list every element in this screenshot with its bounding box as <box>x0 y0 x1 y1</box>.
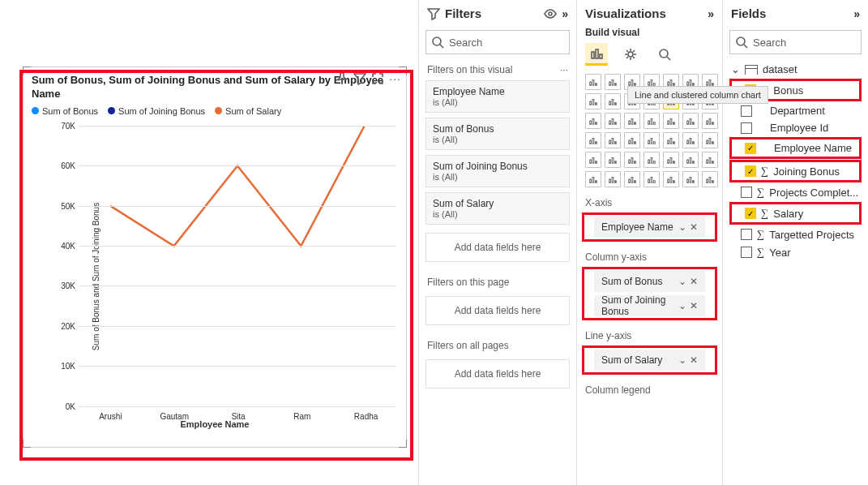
checkbox[interactable]: ✓ <box>745 165 756 177</box>
viz-type-icon[interactable] <box>605 152 621 168</box>
chart-visual[interactable]: ··· Sum of Bonus, Sum of Joining Bonus a… <box>23 67 407 448</box>
collapse-icon[interactable]: » <box>853 7 860 20</box>
collapse-icon[interactable]: » <box>708 7 714 20</box>
fields-pane: Fields » Search ⌄ dataset ✓∑BonusDepartm… <box>722 0 868 485</box>
field-item[interactable]: ∑Projects Complet... <box>728 183 863 201</box>
viz-type-icon[interactable] <box>702 171 718 187</box>
svg-rect-131 <box>709 177 711 182</box>
viz-type-icon[interactable] <box>702 132 718 148</box>
filters-search[interactable]: Search <box>425 30 570 54</box>
viz-type-icon[interactable] <box>605 113 621 129</box>
sigma-icon: ∑ <box>757 228 764 241</box>
viz-type-icon[interactable] <box>624 113 640 129</box>
tab-build[interactable] <box>585 43 608 66</box>
field-item[interactable]: ∑Targetted Projects <box>728 225 863 243</box>
add-fields-drop[interactable]: Add data fields here <box>425 296 570 325</box>
viz-type-icon[interactable] <box>624 132 640 148</box>
svg-rect-55 <box>629 121 631 124</box>
filter-card[interactable]: Sum of Salaryis (All) <box>425 192 570 225</box>
well-coly-item[interactable]: Sum of Bonus⌄✕ <box>594 271 705 292</box>
viz-type-icon[interactable] <box>663 132 679 148</box>
viz-type-icon[interactable] <box>682 113 699 129</box>
tab-format[interactable] <box>619 43 642 66</box>
svg-rect-16 <box>648 82 650 85</box>
well-coly-item[interactable]: Sum of Joining Bonus⌄✕ <box>594 295 705 316</box>
collapse-icon[interactable]: » <box>562 7 568 20</box>
viz-type-icon[interactable] <box>682 171 699 187</box>
well-liney-item[interactable]: Sum of Salary⌄✕ <box>594 350 705 371</box>
viz-type-icon[interactable] <box>605 171 621 187</box>
viz-type-icon[interactable] <box>624 152 640 168</box>
viz-type-icon[interactable] <box>585 132 601 148</box>
field-item[interactable]: Employee Id <box>728 119 863 136</box>
checkbox[interactable] <box>741 187 752 198</box>
table-node[interactable]: ⌄ dataset <box>728 61 863 78</box>
viz-type-icon[interactable] <box>605 132 621 148</box>
remove-icon[interactable]: ✕ <box>690 276 698 287</box>
svg-rect-94 <box>609 160 611 163</box>
viz-type-icon[interactable] <box>702 113 718 129</box>
fields-search[interactable]: Search <box>729 30 862 54</box>
viz-type-icon[interactable] <box>682 132 699 148</box>
field-item[interactable]: ✓∑Joining Bonus <box>732 162 859 180</box>
add-fields-drop[interactable]: Add data fields here <box>425 359 570 388</box>
field-item[interactable]: ∑Year <box>728 243 863 261</box>
field-item[interactable]: ✓Employee Name <box>732 139 859 157</box>
checkbox[interactable] <box>741 229 752 240</box>
chevron-down-icon[interactable]: ⌄ <box>678 354 686 366</box>
tab-analytics[interactable] <box>653 43 676 66</box>
svg-rect-27 <box>712 84 714 86</box>
remove-icon[interactable]: ✕ <box>690 300 698 311</box>
viz-type-icon[interactable] <box>644 113 660 129</box>
viz-type-icon[interactable] <box>605 74 621 90</box>
checkbox[interactable] <box>741 247 752 258</box>
checkbox[interactable]: ✓ <box>745 208 756 219</box>
chevron-down-icon[interactable]: ⌄ <box>678 300 686 311</box>
field-item[interactable]: ✓∑Salary <box>732 204 859 222</box>
viz-type-icon[interactable] <box>624 171 640 187</box>
svg-point-5 <box>628 52 633 57</box>
remove-icon[interactable]: ✕ <box>690 221 698 233</box>
svg-rect-104 <box>670 157 672 163</box>
svg-rect-108 <box>693 161 695 164</box>
more-icon[interactable]: ··· <box>389 72 401 88</box>
viz-type-icon[interactable] <box>644 152 660 168</box>
add-fields-drop[interactable]: Add data fields here <box>425 233 570 262</box>
filters-title: Filters <box>445 6 481 20</box>
remove-icon[interactable]: ✕ <box>690 354 698 366</box>
viz-type-icon[interactable] <box>585 74 601 90</box>
viz-type-icon[interactable] <box>585 152 601 168</box>
chevron-down-icon[interactable]: ⌄ <box>678 221 686 233</box>
resize-handle[interactable] <box>399 440 407 448</box>
resize-handle[interactable] <box>23 67 31 75</box>
viz-type-icon[interactable] <box>585 171 601 187</box>
viz-type-icon[interactable] <box>682 152 699 168</box>
viz-type-icon[interactable] <box>585 113 601 129</box>
focus-icon[interactable] <box>371 72 384 88</box>
filter-card[interactable]: Employee Nameis (All) <box>425 80 570 113</box>
more-icon[interactable]: ··· <box>560 64 568 75</box>
resize-handle[interactable] <box>23 440 31 448</box>
viz-type-icon[interactable] <box>702 152 718 168</box>
svg-rect-67 <box>707 121 708 124</box>
viz-type-icon[interactable] <box>644 171 660 187</box>
svg-rect-31 <box>609 101 611 105</box>
checkbox[interactable]: ✓ <box>745 143 756 154</box>
field-item[interactable]: Department <box>728 102 863 119</box>
svg-rect-92 <box>592 157 594 163</box>
checkbox[interactable] <box>741 105 752 117</box>
filter-card[interactable]: Sum of Joining Bonusis (All) <box>425 155 570 187</box>
pin-icon[interactable] <box>336 72 348 88</box>
chevron-down-icon[interactable]: ⌄ <box>678 276 686 287</box>
viz-type-icon[interactable] <box>663 113 679 129</box>
viz-type-icon[interactable] <box>663 152 679 168</box>
viz-type-icon[interactable] <box>585 93 601 109</box>
viz-type-icon[interactable] <box>605 93 621 109</box>
filter-icon[interactable] <box>353 72 366 88</box>
eye-icon[interactable] <box>544 7 557 20</box>
well-xaxis-item[interactable]: Employee Name⌄✕ <box>594 217 705 238</box>
filter-card[interactable]: Sum of Bonusis (All) <box>425 118 570 150</box>
viz-type-icon[interactable] <box>663 171 679 187</box>
checkbox[interactable] <box>741 122 752 134</box>
viz-type-icon[interactable] <box>644 132 660 148</box>
